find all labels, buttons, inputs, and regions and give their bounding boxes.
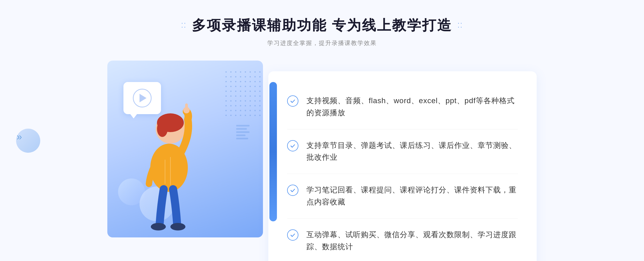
check-icon-1 [287, 95, 298, 107]
feature-text-4: 互动弹幕、试听购买、微信分享、观看次数限制、学习进度跟踪、数据统计 [306, 229, 518, 253]
check-circle [287, 229, 298, 241]
check-circle [287, 140, 298, 151]
human-figure-illustration [129, 82, 209, 237]
check-icon-3 [287, 185, 298, 196]
check-icon-2 [287, 140, 298, 151]
check-circle [287, 185, 298, 196]
feature-text-1: 支持视频、音频、flash、word、excel、ppt、pdf等各种格式的资源… [306, 95, 518, 119]
feature-item: 支持章节目录、弹题考试、课后练习、课后作业、章节测验、批改作业 [287, 129, 518, 174]
stripe-line [236, 131, 250, 133]
check-circle [287, 95, 298, 107]
check-icon-4 [287, 229, 298, 241]
features-card: 支持视频、音频、flash、word、excel、ppt、pdf等各种格式的资源… [268, 71, 537, 261]
header-dots-right-icon: ⁚⁚ [458, 22, 463, 29]
feature-item: 互动弹幕、试听购买、微信分享、观看次数限制、学习进度跟踪、数据统计 [287, 219, 518, 261]
feature-item: 学习笔记回看、课程提问、课程评论打分、课件资料下载，重点内容收藏 [287, 174, 518, 219]
header-section: ⁚⁚ 多项录播课辅助功能 专为线上教学打造 ⁚⁚ 学习进度全掌握，提升录播课教学… [181, 16, 463, 47]
chevrons-left-icon: » [17, 131, 22, 143]
page-container: ⁚⁚ 多项录播课辅助功能 专为线上教学打造 ⁚⁚ 学习进度全掌握，提升录播课教学… [0, 0, 644, 261]
feature-text-2: 支持章节目录、弹题考试、课后练习、课后作业、章节测验、批改作业 [306, 140, 518, 164]
feature-text-3: 学习笔记回看、课程提问、课程评论打分、课件资料下载，重点内容收藏 [306, 184, 518, 208]
stripe-line [236, 135, 246, 136]
stripe-line [236, 128, 247, 130]
svg-point-5 [170, 223, 185, 230]
svg-point-3 [157, 121, 168, 137]
checkmark-svg [290, 187, 296, 193]
illustration-card [107, 61, 274, 243]
feature-item: 支持视频、音频、flash、word、excel、ppt、pdf等各种格式的资源… [287, 85, 518, 129]
checkmark-svg [290, 98, 296, 104]
main-content: 支持视频、音频、flash、word、excel、ppt、pdf等各种格式的资源… [107, 61, 537, 261]
header-title-row: ⁚⁚ 多项录播课辅助功能 专为线上教学打造 ⁚⁚ [181, 16, 463, 35]
checkmark-svg [290, 143, 296, 149]
svg-rect-7 [185, 103, 188, 111]
page-subtitle: 学习进度全掌握，提升录播课教学效果 [181, 39, 463, 47]
illustration-background [107, 61, 263, 237]
svg-point-4 [151, 223, 166, 230]
page-title: 多项录播课辅助功能 专为线上教学打造 [192, 16, 452, 35]
blue-accent-bar [269, 82, 277, 221]
dot-grid-decoration [225, 71, 258, 120]
header-dots-left-icon: ⁚⁚ [181, 22, 186, 29]
stripe-decoration [236, 125, 250, 152]
stripe-line [236, 125, 250, 126]
checkmark-svg [290, 232, 296, 238]
stripe-line [236, 138, 248, 139]
